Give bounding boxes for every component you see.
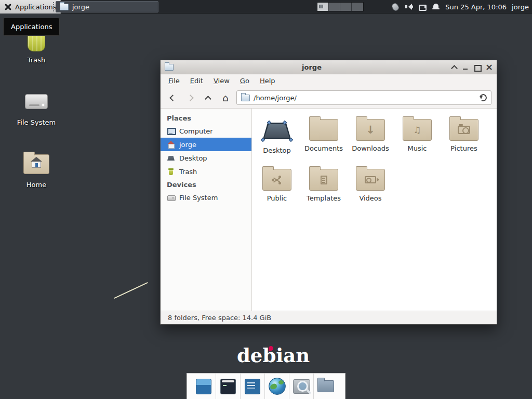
file-item-documents[interactable]: Documents (300, 115, 347, 165)
workspace-3[interactable] (340, 3, 352, 11)
shade-button[interactable] (450, 63, 458, 71)
folder-icon (309, 119, 338, 141)
app-finder-icon (293, 379, 310, 394)
desktop-icon-label: File System (17, 118, 56, 126)
menu-view[interactable]: View (209, 75, 234, 86)
house-icon (32, 161, 41, 168)
folder-icon (449, 119, 478, 141)
clock[interactable]: Sun 25 Apr, 10:06 (445, 3, 507, 11)
up-icon (205, 96, 211, 102)
menu-edit[interactable]: Edit (185, 75, 208, 86)
home-folder-icon (23, 154, 49, 174)
path-input[interactable]: /home/jorge/ (236, 90, 491, 105)
minimize-button[interactable] (461, 63, 470, 71)
trash-icon (167, 167, 175, 176)
workspace-2[interactable] (329, 3, 340, 11)
reload-button[interactable] (478, 93, 487, 102)
drive-icon (24, 93, 48, 111)
bottom-dock (187, 373, 345, 399)
close-button[interactable] (484, 63, 493, 71)
file-item-videos[interactable]: Videos (347, 165, 394, 215)
stray-line (114, 282, 148, 299)
share-emblem-icon (272, 176, 282, 184)
status-bar: 8 folders, Free space: 14.4 GiB (161, 311, 497, 324)
file-item-public[interactable]: Public (254, 165, 300, 215)
path-text: /home/jorge/ (254, 94, 297, 102)
panel-handle (53, 2, 54, 11)
workspace-switcher (317, 2, 364, 11)
applications-menu-button[interactable]: Applications (0, 0, 61, 14)
terminal-icon (220, 379, 236, 394)
file-view: Desktop Documents ↓ Downloads ♫ Music Pi… (252, 109, 497, 311)
applications-menu-icon (4, 3, 12, 11)
desktop-icon (167, 154, 175, 162)
web-browser-icon (269, 378, 286, 395)
folder-icon (309, 169, 338, 191)
notification-bell-icon[interactable] (432, 3, 440, 11)
places-header: Places (161, 112, 251, 124)
taskbar-button-label: jorge (72, 3, 89, 11)
battery-icon[interactable] (418, 3, 427, 11)
launcher-file-manager[interactable] (314, 374, 338, 399)
user-desktop-icon (261, 119, 292, 143)
devices-header: Devices (161, 178, 251, 191)
home-icon (167, 140, 175, 149)
folder-icon: ↓ (356, 119, 385, 141)
sidebar-item-desktop[interactable]: Desktop (161, 151, 251, 165)
sidebar: Places Computer jorge Desktop Trash (161, 109, 252, 311)
debian-logo: debian (237, 344, 310, 367)
status-text: 8 folders, Free space: 14.4 GiB (168, 314, 271, 322)
launcher-web-browser[interactable] (265, 374, 289, 399)
desktop: Applications jorge Sun 25 Apr, 10:06 jor… (0, 0, 532, 399)
up-button[interactable] (201, 91, 215, 104)
workspace-window-preview (319, 5, 323, 8)
document-emblem-icon (321, 176, 327, 184)
window-title: jorge (177, 63, 447, 71)
panel-tray: Sun 25 Apr, 10:06 jorge (391, 0, 529, 14)
workspace-1[interactable] (317, 3, 329, 11)
home-button[interactable]: ⌂ (219, 91, 232, 104)
arrow-down-emblem-icon: ↓ (366, 125, 375, 136)
menu-help[interactable]: Help (255, 75, 280, 86)
file-manager-window: jorge File Edit View Go Help ⌂ /home/jor… (160, 60, 497, 325)
sidebar-item-computer[interactable]: Computer (161, 124, 251, 138)
window-titlebar[interactable]: jorge (161, 60, 497, 74)
launcher-terminal[interactable] (216, 374, 240, 399)
launcher-app-finder[interactable] (289, 374, 313, 399)
launcher-show-desktop[interactable] (192, 374, 216, 399)
sidebar-item-jorge[interactable]: jorge (161, 138, 251, 151)
debian-swirl-icon (269, 346, 273, 351)
folder-icon: ♫ (403, 119, 432, 141)
sidebar-item-file-system[interactable]: File System (161, 191, 251, 204)
sidebar-item-trash[interactable]: Trash (161, 165, 251, 178)
window-icon (165, 64, 174, 71)
file-item-downloads[interactable]: ↓ Downloads (347, 115, 394, 165)
taskbar-button[interactable]: jorge (56, 1, 158, 12)
window-content: Places Computer jorge Desktop Trash (161, 109, 497, 311)
music-note-emblem-icon: ♫ (413, 126, 421, 135)
home-icon: ⌂ (222, 93, 229, 103)
file-item-pictures[interactable]: Pictures (441, 115, 487, 165)
forward-button[interactable] (183, 91, 197, 104)
volume-icon[interactable] (405, 3, 413, 11)
back-button[interactable] (166, 91, 179, 104)
camera-emblem-icon (458, 126, 470, 134)
launcher-console[interactable] (241, 374, 264, 399)
back-icon (169, 95, 176, 101)
file-manager-icon (317, 380, 334, 392)
desktop-icon-home[interactable]: Home (11, 152, 61, 189)
file-item-templates[interactable]: Templates (300, 165, 347, 215)
menu-go[interactable]: Go (235, 75, 254, 86)
workspace-4[interactable] (352, 3, 363, 11)
menu-file[interactable]: File (164, 75, 184, 86)
user-menu[interactable]: jorge (512, 3, 529, 11)
path-folder-icon (241, 95, 250, 101)
menu-bar: File Edit View Go Help (161, 74, 497, 87)
desktop-icon-label: Home (26, 181, 46, 189)
file-item-desktop[interactable]: Desktop (254, 115, 300, 165)
mouse-icon[interactable] (391, 2, 400, 11)
file-item-music[interactable]: ♫ Music (394, 115, 441, 165)
desktop-icon-file-system[interactable]: File System (11, 89, 61, 126)
maximize-button[interactable] (473, 63, 481, 71)
computer-icon (167, 127, 175, 135)
